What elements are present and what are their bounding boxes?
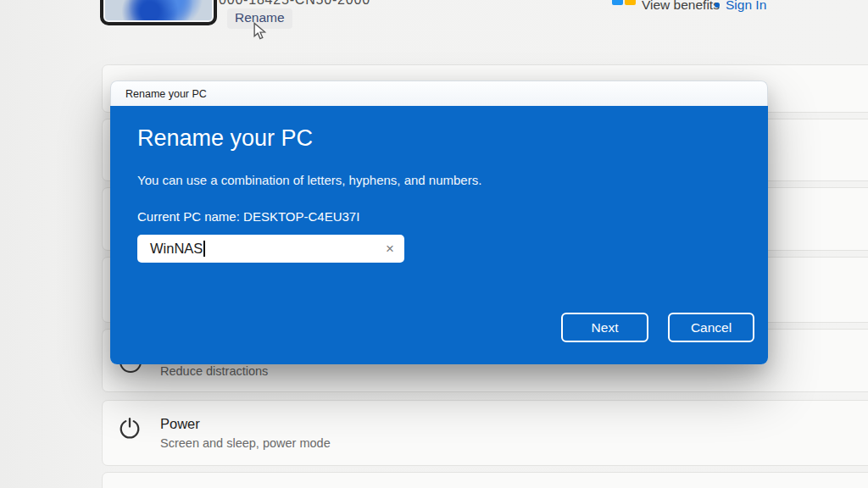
device-serial-number: 000-18425-CN50-2000 — [219, 0, 370, 8]
next-button[interactable]: Next — [561, 313, 648, 342]
pc-name-input-value: WinNAS — [150, 241, 203, 257]
power-icon — [117, 416, 142, 441]
text-caret — [203, 241, 205, 257]
device-wallpaper — [105, 0, 212, 20]
settings-row-power[interactable]: Power Screen and sleep, power mode — [102, 400, 868, 466]
view-benefits-link[interactable]: View benefits — [642, 0, 720, 13]
dialog-heading: Rename your PC — [137, 125, 313, 152]
settings-row[interactable] — [102, 472, 868, 488]
focus-row-subtitle: Reduce distractions — [160, 364, 268, 378]
dialog-description: You can use a combination of letters, hy… — [137, 173, 481, 187]
dialog-body: Rename your PC You can use a combination… — [110, 106, 768, 364]
sign-in-link[interactable]: Sign In — [715, 0, 766, 13]
clear-input-icon[interactable]: × — [386, 241, 394, 256]
mouse-cursor-icon — [253, 22, 268, 41]
sign-in-dot-icon — [715, 3, 720, 8]
benefits-icon — [612, 0, 636, 5]
benefits-icon-blue-square — [612, 0, 623, 5]
dialog-titlebar: Rename your PC — [110, 80, 768, 106]
rename-pc-dialog: Rename your PC Rename your PC You can us… — [110, 80, 768, 364]
benefits-icon-yellow-square — [625, 0, 636, 5]
current-pc-name-label: Current PC name: DESKTOP-C4EU37I — [137, 209, 359, 224]
sign-in-label: Sign In — [726, 0, 766, 12]
cancel-button[interactable]: Cancel — [668, 313, 754, 342]
device-thumbnail — [100, 0, 217, 25]
power-row-title: Power — [160, 416, 200, 432]
power-row-subtitle: Screen and sleep, power mode — [160, 436, 331, 450]
settings-page: Reduce distractions Power Screen and sle… — [0, 0, 868, 488]
pc-name-input[interactable]: WinNAS × — [137, 235, 404, 263]
